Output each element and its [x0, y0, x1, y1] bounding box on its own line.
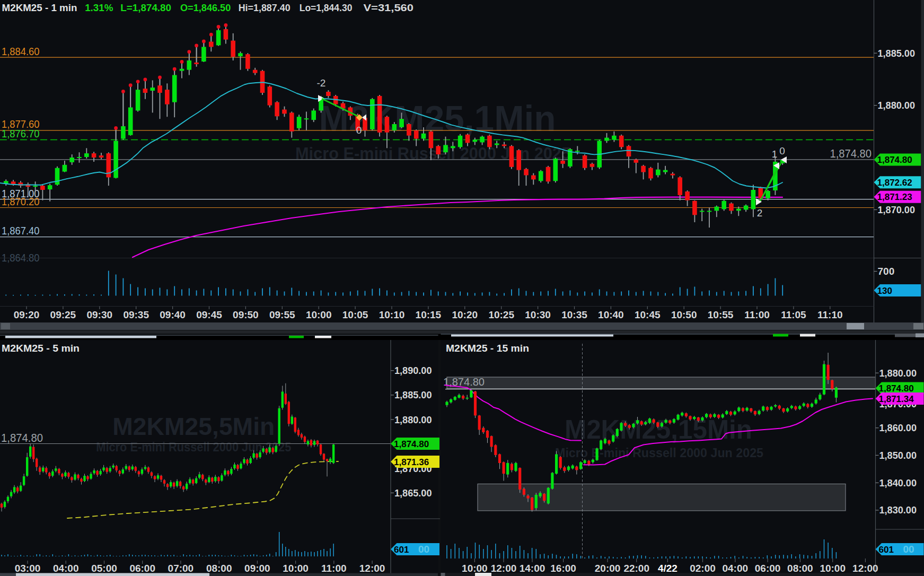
svg-text:10:55: 10:55 [708, 309, 734, 320]
svg-text:1,872.62: 1,872.62 [877, 178, 912, 188]
svg-text:1,871.34: 1,871.34 [879, 394, 914, 404]
svg-text:1,876.70: 1,876.70 [2, 128, 40, 139]
svg-text:1,885.00: 1,885.00 [878, 48, 916, 59]
svg-text:1,880.00: 1,880.00 [394, 414, 432, 425]
svg-text:1: 1 [772, 149, 778, 160]
svg-text:1,864.80: 1,864.80 [2, 252, 40, 264]
svg-text:0: 0 [779, 145, 785, 156]
svg-text:09:35: 09:35 [123, 309, 149, 320]
svg-text:1,874.80: 1,874.80 [1, 432, 43, 444]
svg-text:10:00: 10:00 [462, 563, 488, 574]
svg-text:1,884.60: 1,884.60 [2, 46, 40, 57]
svg-text:10:20: 10:20 [452, 309, 478, 320]
svg-text:2: 2 [757, 207, 763, 219]
svg-text:1,870.00: 1,870.00 [878, 204, 916, 215]
svg-text:22:00: 22:00 [623, 563, 649, 574]
svg-text:1,840.00: 1,840.00 [879, 477, 917, 488]
svg-text:1.31%: 1.31% [85, 2, 113, 13]
svg-text:08:00: 08:00 [206, 563, 232, 574]
svg-text:1,885.00: 1,885.00 [394, 389, 432, 400]
svg-text:10:25: 10:25 [488, 309, 514, 320]
svg-text:20:00: 20:00 [595, 563, 621, 574]
svg-text:10:05: 10:05 [342, 309, 368, 320]
svg-text:M2KM25,5Min: M2KM25,5Min [112, 412, 275, 440]
svg-text:1,870.20: 1,870.20 [2, 196, 40, 207]
svg-text:1,874.80: 1,874.80 [830, 147, 872, 160]
svg-text:09:30: 09:30 [86, 309, 112, 320]
svg-text:02:00: 02:00 [690, 563, 716, 574]
svg-text:04:00: 04:00 [53, 563, 79, 574]
svg-text:10:40: 10:40 [598, 309, 624, 320]
svg-text:O=1,846.50: O=1,846.50 [180, 2, 231, 13]
svg-text:09:20: 09:20 [14, 309, 40, 320]
svg-text:M2KM25 - 1 min: M2KM25 - 1 min [2, 2, 77, 13]
svg-text:11:10: 11:10 [817, 309, 843, 320]
svg-text:1,890.00: 1,890.00 [394, 365, 432, 376]
svg-text:601: 601 [394, 545, 409, 555]
svg-text:00: 00 [418, 544, 429, 555]
svg-text:1,880.00: 1,880.00 [879, 368, 917, 379]
svg-text:06:00: 06:00 [129, 563, 155, 574]
svg-text:09:50: 09:50 [233, 309, 259, 320]
svg-text:1,874.80: 1,874.80 [879, 383, 914, 394]
svg-text:1,874.80: 1,874.80 [394, 439, 429, 449]
svg-text:11:05: 11:05 [781, 309, 806, 320]
svg-text:10:00: 10:00 [283, 563, 309, 574]
svg-text:1,865.00: 1,865.00 [394, 487, 432, 499]
svg-text:Micro E-mini Russell 2000 Jun: Micro E-mini Russell 2000 Jun 2025 [96, 440, 291, 454]
svg-text:M2KM25,15Min: M2KM25,15Min [565, 415, 752, 444]
svg-text:07:00: 07:00 [168, 563, 194, 574]
svg-text:10:00: 10:00 [306, 309, 332, 320]
svg-text:08:00: 08:00 [787, 563, 813, 574]
svg-text:12:00: 12:00 [852, 563, 878, 574]
svg-text:1,874.80: 1,874.80 [877, 155, 912, 165]
svg-text:130: 130 [877, 286, 892, 296]
svg-text:1,860.00: 1,860.00 [879, 422, 917, 433]
svg-text:10:35: 10:35 [561, 309, 587, 320]
svg-text:10:30: 10:30 [525, 309, 551, 320]
svg-text:Lo=1,844.30: Lo=1,844.30 [300, 2, 353, 13]
svg-text:1,871.36: 1,871.36 [394, 457, 429, 467]
svg-text:09:55: 09:55 [269, 309, 295, 320]
svg-text:10:10: 10:10 [379, 309, 405, 320]
svg-text:12:00: 12:00 [359, 563, 385, 574]
svg-text:10:15: 10:15 [416, 309, 442, 320]
svg-text:09:00: 09:00 [244, 563, 270, 574]
svg-text:12:00: 12:00 [491, 563, 517, 574]
svg-text:11:00: 11:00 [321, 563, 347, 574]
svg-text:1,850.00: 1,850.00 [879, 450, 917, 461]
svg-text:-2: -2 [317, 77, 326, 89]
svg-text:05:00: 05:00 [91, 563, 117, 574]
svg-text:04:00: 04:00 [722, 563, 748, 574]
svg-text:00: 00 [903, 544, 914, 555]
svg-text:0: 0 [356, 125, 362, 136]
svg-text:14:00: 14:00 [520, 563, 545, 574]
svg-text:601: 601 [879, 545, 894, 555]
svg-text:L=1,874.80: L=1,874.80 [120, 2, 171, 13]
svg-text:11:00: 11:00 [744, 309, 770, 320]
svg-text:1,871.23: 1,871.23 [877, 192, 912, 202]
svg-text:16:00: 16:00 [550, 563, 576, 574]
svg-text:M2KM25,1Min: M2KM25,1Min [319, 98, 556, 139]
svg-text:4/22: 4/22 [658, 563, 677, 574]
svg-text:Micro E-mini Russell 2000 Jun: Micro E-mini Russell 2000 Jun 2025 [555, 446, 763, 460]
svg-text:09:25: 09:25 [50, 309, 76, 320]
svg-text:06:00: 06:00 [755, 563, 781, 574]
svg-text:700: 700 [878, 266, 895, 277]
svg-text:10:00: 10:00 [820, 563, 846, 574]
svg-text:03:00: 03:00 [15, 563, 41, 574]
svg-text:1,880.00: 1,880.00 [878, 100, 916, 111]
svg-text:V=31,560: V=31,560 [364, 2, 414, 13]
svg-text:10:45: 10:45 [635, 309, 661, 320]
svg-text:10:50: 10:50 [671, 309, 697, 320]
svg-text:09:45: 09:45 [196, 309, 222, 320]
svg-text:09:40: 09:40 [160, 309, 186, 320]
svg-text:1,867.40: 1,867.40 [2, 225, 40, 237]
svg-text:M2KM25 - 15 min: M2KM25 - 15 min [446, 343, 529, 354]
svg-text:Hi=1,887.40: Hi=1,887.40 [239, 2, 291, 13]
svg-text:M2KM25 - 5 min: M2KM25 - 5 min [2, 343, 80, 354]
svg-text:1,830.00: 1,830.00 [879, 504, 917, 516]
